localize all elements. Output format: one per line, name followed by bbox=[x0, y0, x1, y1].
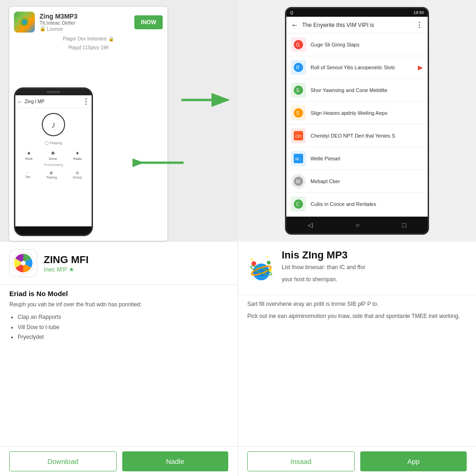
radio-label: Radio bbox=[73, 157, 81, 160]
rock-control: ♠ Rock bbox=[25, 150, 33, 160]
svg-text:R: R bbox=[296, 65, 299, 70]
rp-item-text-5: Welle Piesarl bbox=[311, 156, 423, 161]
insaad-button[interactable]: Insaad bbox=[247, 451, 355, 471]
rp-item-icon-6: M bbox=[291, 174, 306, 189]
rp-screen: ← The Enywrite this VIM VIPI is ⋮ G Guge… bbox=[286, 17, 428, 217]
grid-icon: ▦ bbox=[50, 171, 53, 175]
rp-item-text-6: Mebapt Cber bbox=[311, 178, 423, 184]
app-name-right: Inis ZIng MP3 bbox=[282, 249, 467, 261]
svg-point-22 bbox=[21, 261, 26, 265]
app-button[interactable]: App bbox=[360, 451, 467, 471]
rp-play-icon-1[interactable]: ▶ bbox=[418, 64, 423, 71]
desc-text-right-1: Sart fill overvhene eray an pritit is tn… bbox=[247, 300, 467, 308]
rp-back-icon[interactable]: ← bbox=[291, 21, 298, 29]
play-store-developer: Tit.Inteac Delter bbox=[40, 20, 130, 26]
group-icon: ▤ bbox=[76, 171, 79, 175]
phone-status-bar bbox=[15, 89, 92, 95]
lock-icon-2: 🔒 bbox=[108, 36, 114, 41]
rp-nav-bottom: ◁ ○ □ bbox=[286, 217, 428, 233]
svg-point-29 bbox=[269, 269, 272, 272]
rp-item-text-7: Culiis in Conce and Reritales bbox=[311, 201, 423, 207]
left-phone-panel: Zing M3MP3 Tit.Inteac Delter 🔒 Looree IN… bbox=[0, 0, 238, 242]
rp-list-item-3: S Slign Heares apdnly Weiling Aepo bbox=[286, 102, 428, 125]
menu-icon: ⋮ bbox=[82, 97, 90, 106]
rp-item-icon-3: S bbox=[291, 106, 306, 120]
rp-menu-icon[interactable]: ⋮ bbox=[416, 20, 423, 29]
back-nav-btn[interactable]: ◁ bbox=[308, 221, 313, 229]
svg-text:✦: ✦ bbox=[266, 255, 269, 259]
rock-label: Rock bbox=[25, 157, 33, 160]
some-label: Some bbox=[49, 157, 57, 160]
rp-item-text-2: Shor Yawnsing and Cone Mebtilte bbox=[311, 87, 423, 93]
desc-list-left: Clap an Rapports Vill Dow to t·tube Prye… bbox=[9, 312, 228, 343]
back-icon: ← bbox=[17, 99, 23, 105]
left-phone-mockup: ← Zing I MP ⋮ ♪ ◯ Playing ♠ Rock ♣ Some bbox=[14, 87, 93, 236]
list-item-1: Clap an Rapports bbox=[18, 312, 228, 323]
svg-point-27 bbox=[251, 261, 256, 266]
svg-text:CH: CH bbox=[295, 134, 301, 139]
phone-center-text: ◯ Playing bbox=[15, 141, 92, 145]
rp-list-item-0: G Guge Sli Giring Slaps bbox=[286, 33, 428, 56]
phone-promo-row: ↑ Tao ▦ Tearing ▤ Group bbox=[15, 169, 92, 181]
some-icon: ♣ bbox=[51, 150, 55, 156]
svg-point-28 bbox=[267, 261, 271, 264]
rp-item-text-3: Slign Heares apdnly Weiling Aepo bbox=[311, 110, 423, 116]
svg-text:W: W bbox=[295, 157, 299, 161]
play-store-badge: 🔒 Looree bbox=[40, 26, 130, 32]
phone-nav-header: ← Zing I MP ⋮ bbox=[15, 95, 92, 108]
right-arrow-svg bbox=[181, 91, 232, 109]
bottom-section: ZING MFI Inec M'P ★ Eriad is No Model Re… bbox=[0, 242, 476, 476]
nadle-button[interactable]: Nadle bbox=[122, 451, 229, 471]
desc-heading-left: Eriad is No Model bbox=[9, 290, 228, 298]
app-icon-left bbox=[14, 12, 35, 33]
buttons-row-right: Insaad App bbox=[238, 446, 476, 476]
app-subtitle-left: Inec M'P ★ bbox=[44, 266, 228, 273]
zing-ball-svg: ★ ✦ bbox=[247, 254, 275, 282]
right-phone-panel: Q 19:50 ← The Enywrite this VIM VIPI is … bbox=[238, 0, 476, 242]
app-icon-windmill bbox=[9, 249, 37, 277]
rp-item-icon-5: W bbox=[291, 151, 306, 166]
rock-icon: ♠ bbox=[27, 150, 30, 156]
play-store-card: Zing M3MP3 Tit.Inteac Delter 🔒 Looree IN… bbox=[9, 7, 167, 241]
rp-status-left: Q bbox=[290, 10, 293, 15]
rp-item-icon-7: C bbox=[291, 197, 306, 212]
phone-bottom-bar bbox=[15, 226, 92, 235]
svg-text:★: ★ bbox=[250, 257, 254, 262]
top-section: Zing M3MP3 Tit.Inteac Delter 🔒 Looree IN… bbox=[0, 0, 476, 242]
app-card-left: ZING MFI Inec M'P ★ bbox=[0, 242, 238, 285]
rp-header-title: The Enywrite this VIM VIPI is bbox=[302, 22, 412, 28]
buttons-row-left: Download Nadle bbox=[0, 446, 238, 476]
svg-text:S: S bbox=[296, 88, 299, 93]
app-desc-right-1: List fnow brsesar: than IC and ffor bbox=[282, 263, 467, 271]
radio-control: ♦ Radio bbox=[73, 150, 81, 160]
play-store-app-name: Zing M3MP3 bbox=[40, 13, 130, 20]
app-name-left: ZING MFI bbox=[44, 254, 228, 266]
bottom-right: ★ ✦ Inis ZIng MP3 List fnow brsesar: tha… bbox=[238, 242, 476, 476]
right-phone-mockup: Q 19:50 ← The Enywrite this VIM VIPI is … bbox=[285, 7, 429, 235]
meta-text: Plagor Dev Inelonted bbox=[63, 36, 106, 41]
svg-text:C: C bbox=[296, 202, 299, 207]
meta-sub: Playpf 11Sptvy 199 bbox=[14, 45, 163, 50]
promo-item-3: ▤ Group bbox=[73, 171, 81, 179]
arrow-right-container bbox=[181, 91, 232, 111]
install-button[interactable]: INOW bbox=[134, 15, 163, 29]
rp-list-item-5: W Welle Piesarl bbox=[286, 147, 428, 170]
radio-icon: ♦ bbox=[76, 150, 79, 156]
windmill-svg bbox=[12, 251, 35, 275]
left-arrow-svg bbox=[132, 153, 184, 172]
list-item-2: Vill Dow to t·tube bbox=[18, 323, 228, 333]
svg-text:S: S bbox=[296, 111, 299, 116]
promo-item-2: ▦ Tearing bbox=[46, 171, 57, 179]
recents-nav-btn[interactable]: □ bbox=[403, 221, 406, 229]
rp-item-text-0: Guge Sli Giring Slaps bbox=[311, 42, 423, 47]
description-left: Eriad is No Model Reuph you vah be inf o… bbox=[0, 285, 238, 446]
promo-label: Promotealing bbox=[15, 162, 92, 167]
rp-list-item-6: M Mebapt Cber bbox=[286, 170, 428, 193]
rp-item-icon-4: CH bbox=[291, 128, 306, 143]
download-button[interactable]: Download bbox=[9, 451, 117, 471]
app-subtitle-text-left: Inec M'P bbox=[44, 266, 67, 273]
home-nav-btn[interactable]: ○ bbox=[356, 221, 359, 229]
phone-header-title: Zing I MP bbox=[25, 99, 80, 104]
app-icon-zing-ball: ★ ✦ bbox=[247, 254, 275, 282]
rp-status-bar: Q 19:50 bbox=[286, 8, 428, 17]
